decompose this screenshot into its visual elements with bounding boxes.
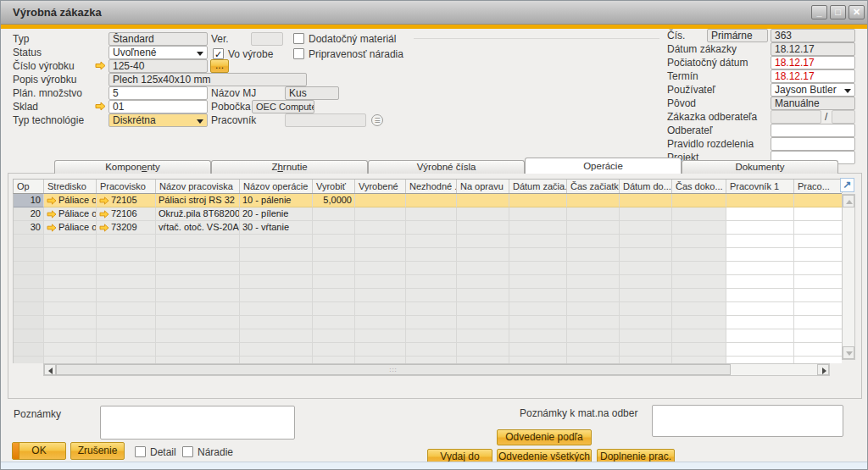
- cell-r5-c11[interactable]: [620, 262, 672, 275]
- cell-r12-c14[interactable]: [794, 357, 842, 363]
- tab-oper-cie[interactable]: Operácie: [525, 158, 682, 174]
- cell-r11-c11[interactable]: [620, 343, 672, 357]
- scroll-right-icon[interactable]: [817, 364, 829, 375]
- tooling-checkbox[interactable]: [182, 446, 193, 457]
- link-arrow-icon[interactable]: [47, 196, 57, 205]
- cell-r10-c0[interactable]: [14, 329, 44, 343]
- cell-r12-c11[interactable]: [620, 357, 672, 363]
- cell-r1-c11[interactable]: [620, 207, 672, 221]
- cell-r4-c12[interactable]: [672, 248, 726, 262]
- cell-r4-c10[interactable]: [567, 248, 620, 262]
- cell-r11-c14[interactable]: [794, 343, 842, 357]
- cell-r3-c9[interactable]: [509, 235, 567, 248]
- cell-r10-c12[interactable]: [672, 329, 726, 343]
- cell-r2-c14[interactable]: [794, 221, 842, 235]
- employee-field[interactable]: [285, 113, 366, 127]
- cell-r12-c6[interactable]: [355, 357, 406, 363]
- cell-r3-c3[interactable]: [156, 235, 240, 248]
- cell-r10-c2[interactable]: [97, 329, 156, 343]
- cell-r9-c6[interactable]: [355, 316, 406, 329]
- cell-r4-c11[interactable]: [620, 248, 672, 262]
- cell-r1-c3[interactable]: Okruž.pila 8T68200: [156, 207, 240, 221]
- cell-r12-c12[interactable]: [672, 357, 726, 363]
- ok-button[interactable]: OK: [12, 442, 66, 460]
- cell-r6-c1[interactable]: [44, 275, 97, 289]
- cell-r6-c2[interactable]: [97, 275, 156, 289]
- cell-r6-c14[interactable]: [794, 275, 842, 289]
- browse-button[interactable]: ...: [210, 59, 229, 73]
- cell-r3-c6[interactable]: [355, 235, 406, 248]
- cell-r10-c10[interactable]: [567, 329, 620, 343]
- cell-r1-c12[interactable]: [672, 207, 726, 221]
- sales-order-field[interactable]: [771, 110, 821, 124]
- cell-r6-c9[interactable]: [509, 275, 567, 289]
- empty-row[interactable]: [14, 357, 842, 363]
- cell-r6-c3[interactable]: [156, 275, 240, 289]
- maximize-icon[interactable]: □: [830, 5, 846, 19]
- cell-r11-c8[interactable]: [457, 343, 509, 357]
- cell-r7-c0[interactable]: [14, 289, 44, 302]
- cell-r10-c1[interactable]: [44, 329, 97, 343]
- cell-r2-c6[interactable]: [355, 221, 406, 235]
- cell-r7-c11[interactable]: [620, 289, 672, 302]
- typ-field[interactable]: Štandard: [108, 32, 208, 46]
- cell-r3-c11[interactable]: [620, 235, 672, 248]
- cell-r5-c5[interactable]: [313, 262, 355, 275]
- cell-r1-c13[interactable]: [726, 207, 794, 221]
- cell-r9-c11[interactable]: [620, 316, 672, 329]
- cell-r9-c14[interactable]: [794, 316, 842, 329]
- cell-r1-c2[interactable]: 72106: [97, 207, 156, 221]
- column-header-2[interactable]: Pracovisko: [97, 180, 156, 193]
- number-type-field[interactable]: Primárne: [707, 29, 768, 42]
- cell-r6-c4[interactable]: [240, 275, 313, 289]
- item-description-field[interactable]: Plech 125x40x10 mm: [108, 73, 307, 86]
- link-arrow-icon[interactable]: [99, 196, 109, 205]
- cell-r11-c13[interactable]: [726, 343, 794, 357]
- cell-r9-c3[interactable]: [156, 316, 240, 329]
- cell-r7-c3[interactable]: [156, 289, 240, 302]
- cell-r9-c5[interactable]: [313, 316, 355, 329]
- cell-r4-c7[interactable]: [406, 248, 457, 262]
- cell-r0-c0[interactable]: 10: [14, 194, 44, 207]
- cell-r1-c6[interactable]: [355, 207, 406, 221]
- link-arrow-icon[interactable]: [47, 210, 57, 218]
- cell-r8-c0[interactable]: [14, 302, 44, 316]
- cell-r10-c5[interactable]: [313, 329, 355, 343]
- additional-material-checkbox[interactable]: [293, 33, 304, 44]
- cell-r6-c7[interactable]: [406, 275, 457, 289]
- cell-r10-c13[interactable]: [726, 329, 794, 343]
- cell-r11-c7[interactable]: [406, 343, 457, 357]
- cell-r12-c2[interactable]: [97, 357, 156, 363]
- link-arrow-icon[interactable]: [95, 61, 106, 70]
- column-header-4[interactable]: Názov operácie: [240, 180, 313, 193]
- cell-r0-c10[interactable]: [567, 194, 620, 207]
- tab-zhrnutie[interactable]: Zhrnutie: [211, 160, 368, 174]
- user-dropdown[interactable]: Jayson Butler: [771, 83, 855, 97]
- cell-r12-c13[interactable]: [726, 357, 794, 363]
- in-production-checkbox[interactable]: [213, 48, 224, 59]
- cell-r6-c11[interactable]: [620, 275, 672, 289]
- cell-r4-c6[interactable]: [355, 248, 406, 262]
- cell-r5-c7[interactable]: [406, 262, 457, 275]
- cell-r11-c1[interactable]: [44, 343, 97, 357]
- cell-r11-c10[interactable]: [567, 343, 620, 357]
- cell-r9-c4[interactable]: [240, 316, 313, 329]
- cell-r2-c0[interactable]: 30: [14, 221, 44, 235]
- cell-r9-c12[interactable]: [672, 316, 726, 329]
- tooling-readiness-checkbox[interactable]: [293, 48, 304, 59]
- version-field[interactable]: [251, 32, 283, 46]
- technology-type-dropdown[interactable]: Diskrétna: [108, 113, 208, 127]
- cell-r8-c13[interactable]: [726, 302, 794, 316]
- detail-checkbox[interactable]: [135, 446, 146, 457]
- cell-r9-c9[interactable]: [509, 316, 567, 329]
- column-header-13[interactable]: Pracovník 1: [726, 180, 794, 193]
- cell-r1-c4[interactable]: 20 - pílenie: [240, 207, 313, 221]
- empty-row[interactable]: [14, 302, 842, 316]
- cell-r7-c8[interactable]: [457, 289, 509, 302]
- cell-r11-c6[interactable]: [355, 343, 406, 357]
- cell-r7-c6[interactable]: [355, 289, 406, 302]
- column-header-7[interactable]: Nezhodné ...: [406, 180, 457, 193]
- cell-r12-c4[interactable]: [240, 357, 313, 363]
- minimize-icon[interactable]: _: [811, 5, 827, 19]
- cell-r2-c4[interactable]: 30 - vŕtanie: [240, 221, 313, 235]
